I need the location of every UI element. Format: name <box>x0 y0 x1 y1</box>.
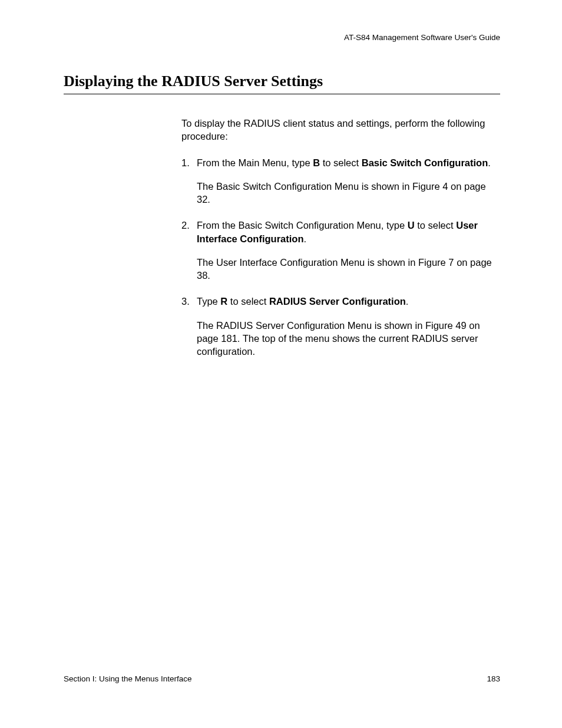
step-bold-option: Basic Switch Configuration <box>362 157 488 168</box>
step-bold-key: R <box>220 296 227 307</box>
section-title: Displaying the RADIUS Server Settings <box>64 73 500 94</box>
step-body: From the Main Menu, type B to select Bas… <box>197 156 500 169</box>
step-note: The Basic Switch Configuration Menu is s… <box>197 180 500 206</box>
step-bold-key: U <box>408 220 415 230</box>
step-bold-option: RADIUS Server Configuration <box>269 296 406 307</box>
step-text: From the Main Menu, type <box>197 157 313 168</box>
footer-page-number: 183 <box>487 674 500 683</box>
step-number: 1. <box>181 156 197 169</box>
page-footer: Section I: Using the Menus Interface 183 <box>64 674 500 683</box>
step-note: The User Interface Configuration Menu is… <box>197 256 500 282</box>
step-text: Type <box>197 296 220 307</box>
step-note: The RADIUS Server Configuration Menu is … <box>197 319 500 358</box>
step-text: From the Basic Switch Configuration Menu… <box>197 220 408 230</box>
step-number: 3. <box>181 295 197 308</box>
footer-section-label: Section I: Using the Menus Interface <box>64 674 192 683</box>
step-text: to select <box>320 157 362 168</box>
step-text: to select <box>415 220 457 230</box>
step-number: 2. <box>181 219 197 245</box>
content-body: To display the RADIUS client status and … <box>181 117 500 358</box>
step-2: 2. From the Basic Switch Configuration M… <box>181 219 500 282</box>
step-text: . <box>304 233 307 244</box>
step-text: . <box>406 296 409 307</box>
step-text: . <box>488 157 491 168</box>
header-guide-title: AT-S84 Management Software User's Guide <box>64 33 500 42</box>
step-1: 1. From the Main Menu, type B to select … <box>181 156 500 206</box>
step-text: to select <box>227 296 269 307</box>
step-body: Type R to select RADIUS Server Configura… <box>197 295 500 308</box>
step-3: 3. Type R to select RADIUS Server Config… <box>181 295 500 358</box>
intro-paragraph: To display the RADIUS client status and … <box>181 117 500 143</box>
step-bold-key: B <box>313 157 320 168</box>
step-body: From the Basic Switch Configuration Menu… <box>197 219 500 245</box>
